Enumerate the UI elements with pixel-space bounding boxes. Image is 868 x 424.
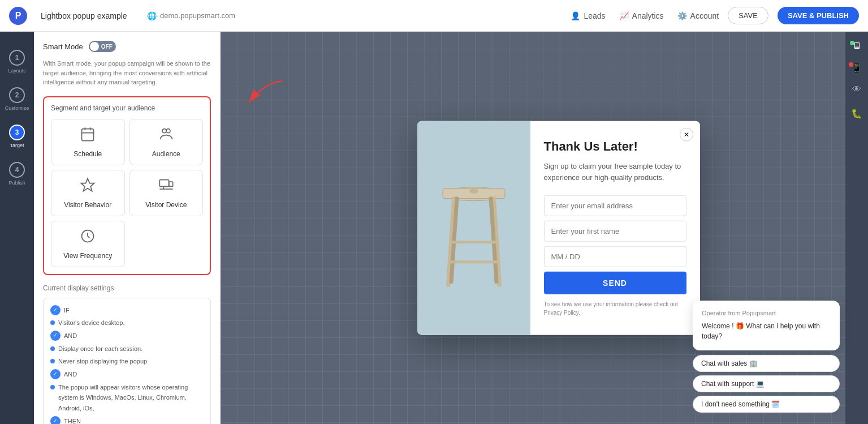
schedule-icon (80, 126, 96, 145)
desktop-icon-wrapper: 🖥 (850, 41, 863, 51)
dot-stop (50, 359, 55, 363)
step-2-circle: 2 (9, 87, 25, 103)
svg-point-21 (469, 189, 478, 194)
audience-icon (158, 126, 174, 145)
chat-box: Operator from Popupsmart Welcome ! 🎁 Wha… (693, 301, 840, 350)
segment-card-audience[interactable]: Audience (129, 119, 204, 165)
session-text: Display once for each session. (58, 344, 142, 354)
popup-container: ✕ Thank Us Later! Sign up to claim your … (417, 121, 700, 335)
logo: P (9, 7, 27, 25)
step-3-circle: 3 (9, 125, 25, 140)
header-url: 🌐 demo.popupsmart.com (147, 11, 235, 20)
url-text: demo.popupsmart.com (160, 11, 235, 20)
eye-icon[interactable]: 👁 (850, 82, 863, 97)
smart-mode-label: Smart Mode (43, 42, 83, 51)
smart-mode-description: With Smart mode, your popup campaign wil… (43, 59, 211, 87)
segment-grid: Schedule Audience (51, 119, 203, 267)
step-2-label: Customize (5, 105, 29, 111)
step-publish[interactable]: 4 Publish (0, 155, 34, 192)
popup-privacy-text: To see how we use your information pleas… (544, 300, 686, 317)
popup-title: Thank Us Later! (544, 139, 686, 153)
and2-text: AND (64, 369, 77, 380)
chat-operator-label: Operator from Popupsmart (702, 310, 831, 316)
display-row-if: ✓ IF (50, 305, 204, 316)
popup-close-button[interactable]: ✕ (680, 127, 693, 141)
account-label: Account (690, 11, 719, 20)
left-panel: Smart Mode OFF With Smart mode, your pop… (34, 32, 221, 424)
svg-rect-8 (169, 182, 172, 186)
visitor-behavior-label: Visitor Behavior (64, 201, 111, 209)
dot-device (50, 320, 55, 325)
stool-svg (434, 160, 513, 296)
smart-mode-toggle[interactable]: OFF (89, 41, 116, 52)
then-text: THEN (64, 416, 81, 424)
view-frequency-label: View Frequency (63, 252, 112, 260)
toggle-text: OFF (101, 44, 113, 50)
leads-label: Leads (584, 11, 605, 20)
account-nav[interactable]: ⚙️ Account (677, 11, 719, 20)
stop-text: Never stop displaying the popup (58, 356, 147, 367)
save-publish-button[interactable]: SAVE & PUBLISH (778, 7, 859, 24)
segment-card-visitor-behavior[interactable]: Visitor Behavior (51, 170, 125, 216)
check-if: ✓ (50, 305, 61, 315)
bug-icon[interactable]: 🐛 (849, 106, 865, 121)
display-settings-box: ✓ IF Visitor's device desktop, ✓ AND Dis… (43, 298, 211, 425)
popup-date-input[interactable] (544, 246, 686, 267)
segment-card-visitor-device[interactable]: Visitor Device (129, 170, 204, 216)
canvas-area: ✕ Thank Us Later! Sign up to claim your … (221, 32, 868, 424)
side-steps: 1 Layouts 2 Customize 3 Target 4 Publish (0, 32, 34, 424)
leads-icon: 👤 (571, 11, 580, 20)
segment-section: Segment and target your audience Schedul… (43, 96, 211, 275)
chat-buttons: Chat with sales 🏢 Chat with support 💻 I … (693, 355, 840, 413)
display-row-and1: ✓ AND (50, 331, 204, 341)
view-frequency-icon (80, 228, 96, 247)
popup-description: Sign up to claim your free sample today … (544, 160, 686, 184)
step-1-label: Layouts (8, 68, 26, 74)
popup-image (417, 121, 530, 335)
save-button[interactable]: SAVE (728, 7, 768, 24)
dot-os (50, 385, 55, 389)
chat-no-need-button[interactable]: I don't need something 🗓️ (693, 396, 840, 413)
check-then: ✓ (50, 416, 61, 424)
analytics-label: Analytics (632, 11, 664, 20)
dot-session (50, 346, 55, 351)
svg-rect-7 (159, 179, 169, 186)
leads-nav[interactable]: 👤 Leads (571, 11, 605, 20)
chat-support-button[interactable]: Chat with support 💻 (693, 375, 840, 392)
visitor-behavior-icon (80, 177, 96, 196)
if-text: IF (64, 305, 70, 316)
toggle-circle (90, 42, 99, 51)
step-1-circle: 1 (9, 50, 25, 66)
step-customize[interactable]: 2 Customize (0, 80, 34, 118)
desktop-active-dot (850, 41, 854, 45)
audience-label: Audience (152, 150, 180, 158)
segment-title: Segment and target your audience (51, 104, 203, 112)
mobile-icon-wrapper: 📱 (849, 62, 865, 73)
analytics-nav[interactable]: 📈 Analytics (619, 11, 664, 20)
svg-point-4 (162, 129, 166, 132)
schedule-label: Schedule (74, 150, 102, 158)
popup-send-button[interactable]: SEND (544, 272, 686, 294)
header-nav: 👤 Leads 📈 Analytics ⚙️ Account (571, 11, 719, 20)
visitor-device-label: Visitor Device (145, 201, 187, 209)
and1-text: AND (64, 331, 77, 341)
svg-point-5 (166, 129, 170, 132)
step-target[interactable]: 3 Target (0, 118, 34, 155)
segment-card-view-frequency[interactable]: View Frequency (51, 221, 125, 267)
popup-email-input[interactable] (544, 195, 686, 216)
header: P 🌐 demo.popupsmart.com 👤 Leads 📈 Analyt… (0, 0, 868, 32)
chat-sales-button[interactable]: Chat with sales 🏢 (693, 355, 840, 372)
step-layouts[interactable]: 1 Layouts (0, 43, 34, 80)
device-text: Visitor's device desktop, (58, 318, 124, 328)
display-row-session: Display once for each session. (50, 344, 204, 354)
display-row-and2: ✓ AND (50, 369, 204, 380)
display-row-device: Visitor's device desktop, (50, 318, 204, 328)
analytics-icon: 📈 (619, 11, 629, 20)
svg-rect-0 (82, 129, 94, 140)
mobile-active-dot (849, 62, 853, 67)
campaign-title-input[interactable] (36, 9, 138, 23)
globe-icon: 🌐 (147, 11, 157, 20)
popup-name-input[interactable] (544, 221, 686, 242)
step-3-label: Target (10, 143, 24, 148)
segment-card-schedule[interactable]: Schedule (51, 119, 125, 165)
